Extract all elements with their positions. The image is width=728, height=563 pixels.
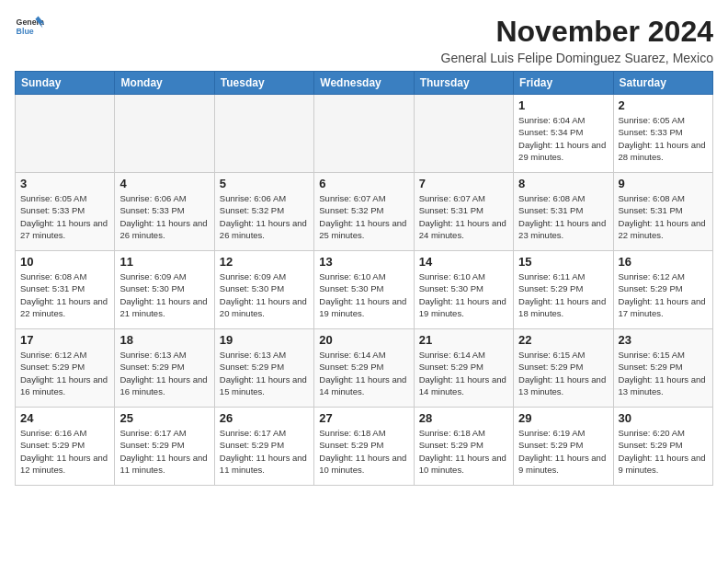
day-info-line: Sunset: 5:32 PM — [319, 204, 408, 216]
day-number: 15 — [518, 255, 608, 269]
day-info-line: Daylight: 11 hours and 28 minutes. — [619, 139, 708, 164]
day-number: 5 — [220, 177, 309, 190]
day-number: 20 — [319, 333, 408, 347]
day-info: Sunrise: 6:12 AMSunset: 5:29 PMDaylight:… — [20, 349, 109, 397]
day-info: Sunrise: 6:17 AMSunset: 5:29 PMDaylight:… — [220, 427, 309, 476]
day-info-line: Sunrise: 6:06 AM — [119, 192, 209, 204]
day-number: 9 — [619, 177, 708, 190]
day-info-line: Sunset: 5:29 PM — [319, 361, 408, 373]
day-info-line: Sunrise: 6:09 AM — [119, 270, 209, 282]
calendar-cell: 29Sunrise: 6:19 AMSunset: 5:29 PMDayligh… — [514, 408, 613, 486]
day-info-line: Daylight: 11 hours and 15 minutes. — [220, 373, 309, 398]
calendar-week-row: 1Sunrise: 6:04 AMSunset: 5:34 PMDaylight… — [16, 95, 713, 173]
day-info: Sunrise: 6:11 AMSunset: 5:29 PMDaylight:… — [518, 270, 608, 319]
svg-text:Blue: Blue — [17, 27, 34, 36]
day-info: Sunrise: 6:06 AMSunset: 5:33 PMDaylight:… — [119, 192, 209, 241]
calendar-body: 1Sunrise: 6:04 AMSunset: 5:34 PMDaylight… — [16, 95, 713, 486]
day-info: Sunrise: 6:10 AMSunset: 5:30 PMDaylight:… — [419, 270, 508, 319]
calendar-cell — [214, 95, 313, 173]
day-info-line: Sunset: 5:30 PM — [220, 282, 309, 294]
day-info: Sunrise: 6:19 AMSunset: 5:29 PMDaylight:… — [518, 427, 608, 476]
day-number: 13 — [319, 255, 408, 269]
weekday-header-wednesday: Wednesday — [314, 72, 414, 95]
day-info: Sunrise: 6:16 AMSunset: 5:29 PMDaylight:… — [20, 427, 109, 476]
calendar-cell: 5Sunrise: 6:06 AMSunset: 5:32 PMDaylight… — [214, 173, 313, 251]
calendar-cell: 4Sunrise: 6:06 AMSunset: 5:33 PMDaylight… — [115, 173, 214, 251]
day-info-line: Sunrise: 6:17 AM — [220, 427, 309, 439]
day-number: 28 — [419, 411, 508, 425]
calendar-cell: 9Sunrise: 6:08 AMSunset: 5:31 PMDaylight… — [613, 173, 712, 251]
day-info-line: Sunrise: 6:11 AM — [518, 270, 608, 282]
calendar-cell: 6Sunrise: 6:07 AMSunset: 5:32 PMDaylight… — [314, 173, 414, 251]
day-number: 7 — [419, 177, 508, 190]
day-info: Sunrise: 6:13 AMSunset: 5:29 PMDaylight:… — [119, 349, 209, 397]
calendar-header: SundayMondayTuesdayWednesdayThursdayFrid… — [16, 72, 713, 95]
weekday-header-tuesday: Tuesday — [214, 72, 313, 95]
day-info-line: Daylight: 11 hours and 20 minutes. — [220, 295, 309, 320]
day-number: 19 — [220, 333, 309, 347]
day-info: Sunrise: 6:10 AMSunset: 5:30 PMDaylight:… — [319, 270, 408, 319]
day-info-line: Daylight: 11 hours and 10 minutes. — [319, 452, 408, 477]
day-info: Sunrise: 6:12 AMSunset: 5:29 PMDaylight:… — [619, 270, 708, 319]
day-info-line: Sunset: 5:29 PM — [220, 361, 309, 373]
day-number: 3 — [20, 177, 109, 190]
weekday-header-row: SundayMondayTuesdayWednesdayThursdayFrid… — [16, 72, 713, 95]
day-info-line: Daylight: 11 hours and 22 minutes. — [619, 217, 708, 242]
day-info-line: Sunset: 5:33 PM — [119, 204, 209, 216]
day-number: 30 — [619, 411, 708, 425]
day-info-line: Sunrise: 6:08 AM — [518, 192, 608, 204]
day-info-line: Sunrise: 6:15 AM — [619, 349, 708, 361]
day-info-line: Sunset: 5:29 PM — [419, 439, 508, 451]
day-info-line: Sunset: 5:29 PM — [419, 361, 508, 373]
day-info-line: Sunrise: 6:06 AM — [220, 192, 309, 204]
day-info-line: Daylight: 11 hours and 18 minutes. — [518, 295, 608, 320]
day-info-line: Daylight: 11 hours and 25 minutes. — [319, 217, 408, 242]
day-info-line: Sunrise: 6:18 AM — [319, 427, 408, 439]
day-info-line: Sunset: 5:29 PM — [220, 439, 309, 451]
calendar-cell: 13Sunrise: 6:10 AMSunset: 5:30 PMDayligh… — [314, 251, 414, 329]
weekday-header-thursday: Thursday — [414, 72, 513, 95]
day-info: Sunrise: 6:18 AMSunset: 5:29 PMDaylight:… — [419, 427, 508, 476]
day-info-line: Daylight: 11 hours and 14 minutes. — [419, 373, 508, 398]
calendar-cell: 17Sunrise: 6:12 AMSunset: 5:29 PMDayligh… — [16, 329, 115, 408]
day-info: Sunrise: 6:15 AMSunset: 5:29 PMDaylight:… — [518, 349, 608, 397]
day-info-line: Sunrise: 6:05 AM — [20, 192, 109, 204]
day-info: Sunrise: 6:08 AMSunset: 5:31 PMDaylight:… — [619, 192, 708, 241]
day-info: Sunrise: 6:08 AMSunset: 5:31 PMDaylight:… — [518, 192, 608, 241]
day-info-line: Sunset: 5:30 PM — [419, 282, 508, 294]
logo: General Blue — [15, 15, 44, 40]
day-info-line: Sunrise: 6:07 AM — [419, 192, 508, 204]
day-info-line: Sunset: 5:29 PM — [20, 361, 109, 373]
calendar-cell — [115, 95, 214, 173]
day-info-line: Sunrise: 6:19 AM — [518, 427, 608, 439]
calendar-cell: 26Sunrise: 6:17 AMSunset: 5:29 PMDayligh… — [214, 408, 313, 486]
day-number: 12 — [220, 255, 309, 269]
calendar-cell: 27Sunrise: 6:18 AMSunset: 5:29 PMDayligh… — [314, 408, 414, 486]
day-info-line: Sunset: 5:31 PM — [518, 204, 608, 216]
day-info: Sunrise: 6:09 AMSunset: 5:30 PMDaylight:… — [220, 270, 309, 319]
day-number: 25 — [119, 411, 209, 425]
day-info-line: Sunset: 5:29 PM — [619, 282, 708, 294]
calendar-cell: 25Sunrise: 6:17 AMSunset: 5:29 PMDayligh… — [115, 408, 214, 486]
day-info-line: Sunset: 5:29 PM — [518, 439, 608, 451]
day-number: 10 — [20, 255, 109, 269]
day-info-line: Sunrise: 6:15 AM — [518, 349, 608, 361]
day-info-line: Daylight: 11 hours and 22 minutes. — [20, 295, 109, 320]
day-info-line: Daylight: 11 hours and 19 minutes. — [319, 295, 408, 320]
day-info-line: Daylight: 11 hours and 19 minutes. — [419, 295, 508, 320]
day-number: 1 — [518, 98, 608, 112]
day-info-line: Sunrise: 6:10 AM — [419, 270, 508, 282]
calendar-cell: 20Sunrise: 6:14 AMSunset: 5:29 PMDayligh… — [314, 329, 414, 408]
day-info-line: Sunrise: 6:10 AM — [319, 270, 408, 282]
day-info: Sunrise: 6:15 AMSunset: 5:29 PMDaylight:… — [619, 349, 708, 397]
calendar-cell — [414, 95, 513, 173]
day-info: Sunrise: 6:07 AMSunset: 5:31 PMDaylight:… — [419, 192, 508, 241]
day-info-line: Daylight: 11 hours and 13 minutes. — [518, 373, 608, 398]
calendar-cell: 1Sunrise: 6:04 AMSunset: 5:34 PMDaylight… — [514, 95, 613, 173]
day-info-line: Sunrise: 6:16 AM — [20, 427, 109, 439]
day-info-line: Sunset: 5:30 PM — [319, 282, 408, 294]
day-info-line: Sunrise: 6:12 AM — [20, 349, 109, 361]
calendar-cell — [16, 95, 115, 173]
day-info: Sunrise: 6:14 AMSunset: 5:29 PMDaylight:… — [419, 349, 508, 397]
day-number: 17 — [20, 333, 109, 347]
